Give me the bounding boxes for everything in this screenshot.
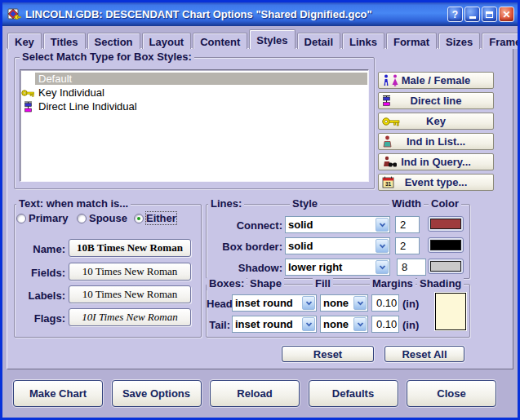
box-border-color-swatch[interactable] [428, 237, 464, 253]
connect-width-field[interactable]: 2 [395, 216, 420, 233]
person-binoculars-icon [382, 156, 398, 170]
tail-margin-field[interactable]: 0.10 [371, 316, 399, 333]
connect-color-swatch[interactable] [428, 216, 464, 232]
minimize-icon [469, 16, 476, 19]
tab-bar: Key Titles Section Layout Content Styles… [7, 29, 520, 49]
chevron-down-icon[interactable] [353, 296, 367, 310]
box-border-label: Box border: [207, 241, 282, 253]
tab-layout[interactable]: Layout [142, 33, 192, 49]
flags-font-button[interactable]: 10I Times New Roman [69, 308, 191, 326]
event-type-button[interactable]: 31 Event type... [378, 174, 494, 191]
tail-fill-combo[interactable]: none [320, 316, 368, 333]
styles-tab-panel: Select Match Type for Box Styles: Defaul… [7, 48, 513, 369]
chevron-down-icon[interactable] [376, 260, 389, 274]
tail-label: Tail: [207, 319, 230, 331]
radio-either[interactable]: Either [134, 212, 176, 224]
tab-content[interactable]: Content [193, 33, 247, 49]
tab-sizes[interactable]: Sizes [438, 33, 480, 49]
radio-label: Either [146, 212, 176, 224]
style-button-label: Ind in Query... [401, 156, 471, 168]
name-font-button[interactable]: 10B Times New Roman [69, 239, 191, 257]
box-border-style-combo[interactable]: solid [285, 237, 390, 254]
color-column-header: Color [429, 197, 461, 210]
tab-format[interactable]: Format [386, 33, 437, 49]
close-dialog-button[interactable]: Close [407, 380, 496, 407]
text-group-title: Text: when match is... [16, 197, 131, 210]
style-column-header: Style [290, 197, 320, 210]
direct-line-icon [382, 95, 391, 109]
combo-value: inset round [233, 318, 301, 330]
lines-group: Lines: Style Width Color Connect: solid … [206, 204, 470, 279]
style-button-label: Direct line [411, 95, 462, 107]
reset-all-button[interactable]: Reset All [384, 346, 464, 362]
help-button[interactable]: ? [447, 7, 463, 22]
labels-font-button[interactable]: 10 Times New Roman [69, 285, 191, 303]
male-female-icon [382, 74, 402, 89]
ind-in-list-button[interactable]: Ind in List... [378, 133, 494, 150]
direct-line-button[interactable]: Direct line [378, 92, 494, 109]
key-button[interactable]: Key [378, 113, 494, 130]
radio-circle-icon [77, 214, 87, 223]
tab-frames[interactable]: Frames [482, 33, 520, 49]
close-icon: ✕ [502, 9, 510, 20]
ind-in-query-button[interactable]: Ind in Query... [378, 153, 494, 170]
reset-button[interactable]: Reset [282, 346, 374, 362]
list-item-default[interactable]: Default [20, 72, 368, 86]
list-item-key-individual[interactable]: Key Individual [20, 86, 368, 99]
make-chart-button[interactable]: Make Chart [13, 380, 103, 407]
chevron-down-icon[interactable] [376, 239, 389, 253]
defaults-button[interactable]: Defaults [309, 380, 398, 407]
shading-swatch[interactable] [435, 293, 466, 330]
labels-label: Labels: [15, 290, 65, 302]
tail-shape-combo[interactable]: inset round [232, 316, 317, 333]
tab-section[interactable]: Section [87, 33, 140, 49]
window-title: LINCOLN.GDB: DESCENDANT Chart Options "S… [25, 8, 447, 20]
titlebar[interactable]: LINCOLN.GDB: DESCENDANT Chart Options "S… [2, 2, 518, 26]
shadow-label: Shadow: [207, 262, 282, 274]
shadow-color-swatch[interactable] [428, 259, 464, 274]
shadow-style-combo[interactable]: lower right [285, 259, 390, 276]
svg-text:31: 31 [385, 181, 392, 187]
person-icon [382, 135, 393, 150]
chevron-down-icon[interactable] [376, 218, 389, 232]
boxes-group: Boxes: Shape Fill Margins Shading Head: … [206, 284, 470, 338]
chevron-down-icon[interactable] [302, 296, 315, 310]
shadow-width-field[interactable]: 8 [397, 259, 426, 276]
radio-spouse[interactable]: Spouse [77, 212, 127, 224]
match-type-group-title: Select Match Type for Box Styles: [20, 51, 194, 64]
reload-button[interactable]: Reload [210, 380, 300, 407]
connect-style-combo[interactable]: solid [285, 216, 390, 233]
maximize-button[interactable] [482, 7, 497, 22]
connect-label: Connect: [207, 219, 282, 232]
tab-key[interactable]: Key [7, 33, 42, 49]
save-options-button[interactable]: Save Options [112, 380, 202, 407]
tab-titles[interactable]: Titles [43, 33, 86, 49]
boxes-group-title: Boxes: [207, 277, 247, 290]
male-female-button[interactable]: Male / Female [378, 72, 494, 89]
radio-label: Spouse [89, 212, 127, 224]
head-fill-combo[interactable]: none [320, 294, 368, 312]
head-margin-field[interactable]: 0.10 [371, 294, 399, 312]
tail-margin-unit: (in) [402, 319, 419, 331]
tab-detail[interactable]: Detail [297, 33, 340, 49]
chevron-down-icon[interactable] [302, 317, 315, 331]
radio-circle-icon [134, 214, 144, 223]
close-button[interactable]: ✕ [499, 7, 514, 22]
chart-options-dialog: LINCOLN.GDB: DESCENDANT Chart Options "S… [0, 0, 520, 420]
minimize-button[interactable] [464, 7, 480, 22]
list-item-direct-line-individual[interactable]: Direct Line Individual [20, 99, 368, 113]
style-button-label: Ind in List... [407, 135, 465, 148]
head-shape-combo[interactable]: inset round [232, 294, 317, 312]
shadow-color [430, 261, 461, 272]
combo-value: lower right [286, 261, 375, 273]
shape-column-header: Shape [247, 277, 284, 290]
chevron-down-icon[interactable] [353, 317, 367, 331]
tab-styles[interactable]: Styles [249, 29, 295, 49]
combo-value: solid [286, 219, 375, 231]
box-border-width-field[interactable]: 2 [395, 237, 420, 254]
fields-font-button[interactable]: 10 Times New Roman [69, 263, 191, 281]
radio-circle-icon [16, 214, 26, 223]
radio-primary[interactable]: Primary [16, 212, 68, 224]
tab-links[interactable]: Links [342, 33, 384, 49]
match-type-listbox[interactable]: Default Key Individual [20, 69, 369, 182]
